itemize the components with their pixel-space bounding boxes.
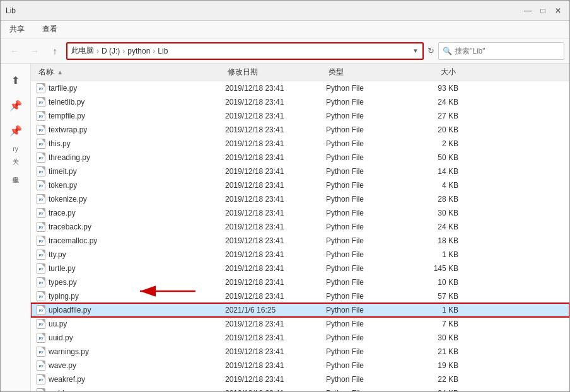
table-row[interactable]: py uuid.py 2019/12/18 23:41 Python File … xyxy=(31,331,569,345)
file-icon: py xyxy=(36,166,46,176)
address-bar[interactable]: 此电脑 › D (J:) › python › Lib ▼ xyxy=(66,42,424,60)
table-row[interactable]: py threading.py 2019/12/18 23:41 Python … xyxy=(31,151,569,164)
menu-view[interactable]: 查看 xyxy=(38,23,61,36)
breadcrumb-pc[interactable]: 此电脑 xyxy=(71,45,94,56)
table-row[interactable]: py tokenize.py 2019/12/18 23:41 Python F… xyxy=(31,192,569,206)
sidebar-label-guan: 关 xyxy=(11,156,20,168)
file-name: tarfile.py xyxy=(49,84,225,93)
file-date: 2019/12/18 23:41 xyxy=(225,84,326,93)
breadcrumb-sep-1: › xyxy=(96,47,99,55)
file-name: uuid.py xyxy=(49,333,225,342)
close-button[interactable]: ✕ xyxy=(552,4,564,17)
table-row[interactable]: py types.py 2019/12/18 23:41 Python File… xyxy=(31,275,569,289)
col-header-name[interactable]: 名称 ▲ xyxy=(36,67,225,78)
maximize-button[interactable]: □ xyxy=(537,4,549,17)
python-file-icon: py xyxy=(37,153,45,163)
table-row[interactable]: py turtle.py 2019/12/18 23:41 Python Fil… xyxy=(31,262,569,275)
table-row[interactable]: py textwrap.py 2019/12/18 23:41 Python F… xyxy=(31,123,569,137)
file-name: uu.py xyxy=(49,320,225,328)
breadcrumb-python[interactable]: python xyxy=(127,47,150,55)
file-size: 57 KB xyxy=(408,292,458,301)
python-file-icon: py xyxy=(37,277,45,287)
up-button[interactable]: ↑ xyxy=(46,42,64,60)
table-row[interactable]: py warnings.py 2019/12/18 23:41 Python F… xyxy=(31,345,569,359)
table-row[interactable]: py webbrowser.py 2019/12/18 23:41 Python… xyxy=(31,386,569,391)
menu-share[interactable]: 共享 xyxy=(6,23,28,36)
file-name: tty.py xyxy=(49,250,225,259)
file-date: 2019/12/18 23:41 xyxy=(225,195,326,204)
file-type: Python File xyxy=(326,195,408,204)
file-size: 19 KB xyxy=(408,361,458,370)
file-type: Python File xyxy=(326,361,408,370)
table-row[interactable]: py timeit.py 2019/12/18 23:41 Python Fil… xyxy=(31,164,569,178)
col-header-type[interactable]: 类型 xyxy=(326,67,408,78)
forward-button[interactable]: → xyxy=(26,42,44,60)
python-file-icon: py xyxy=(37,388,45,391)
table-row[interactable]: py tracemalloc.py 2019/12/18 23:41 Pytho… xyxy=(31,234,569,248)
file-date: 2019/12/18 23:41 xyxy=(225,112,326,120)
search-bar[interactable]: 🔍 xyxy=(438,42,564,60)
file-size: 93 KB xyxy=(408,84,458,93)
file-date: 2019/12/18 23:41 xyxy=(225,167,326,176)
file-name: threading.py xyxy=(49,153,225,162)
search-icon: 🔍 xyxy=(443,47,452,55)
file-type: Python File xyxy=(326,278,408,287)
file-type: Python File xyxy=(326,139,408,148)
file-type: Python File xyxy=(326,98,408,107)
breadcrumb-drive[interactable]: D (J:) xyxy=(102,47,120,55)
file-size: 20 KB xyxy=(408,125,458,134)
table-row[interactable]: py tempfile.py 2019/12/18 23:41 Python F… xyxy=(31,109,569,123)
table-row[interactable]: py uu.py 2019/12/18 23:41 Python File 7 … xyxy=(31,317,569,331)
table-row[interactable]: py uploadfile.py 2021/1/6 16:25 Python F… xyxy=(31,303,569,317)
file-name: wave.py xyxy=(49,361,225,370)
python-file-icon: py xyxy=(37,236,45,246)
python-file-icon: py xyxy=(37,291,45,301)
col-header-size[interactable]: 大小 xyxy=(408,67,458,78)
table-row[interactable]: py wave.py 2019/12/18 23:41 Python File … xyxy=(31,359,569,372)
file-size: 145 KB xyxy=(408,264,458,273)
file-icon: py xyxy=(36,360,46,371)
file-name: traceback.py xyxy=(49,222,225,231)
file-size: 24 KB xyxy=(408,98,458,107)
file-icon: py xyxy=(36,374,46,384)
table-row[interactable]: py trace.py 2019/12/18 23:41 Python File… xyxy=(31,206,569,220)
file-icon: py xyxy=(36,319,46,329)
file-icon: py xyxy=(36,291,46,301)
python-file-icon: py xyxy=(37,111,45,121)
table-row[interactable]: py typing.py 2019/12/18 23:41 Python Fil… xyxy=(31,289,569,303)
table-row[interactable]: py tty.py 2019/12/18 23:41 Python File 1… xyxy=(31,248,569,262)
file-date: 2019/12/18 23:41 xyxy=(225,375,326,384)
breadcrumb-lib[interactable]: Lib xyxy=(158,47,168,55)
file-type: Python File xyxy=(326,125,408,134)
file-date: 2019/12/18 23:41 xyxy=(225,236,326,245)
back-button[interactable]: ← xyxy=(6,42,23,60)
table-row[interactable]: py this.py 2019/12/18 23:41 Python File … xyxy=(31,137,569,151)
python-file-icon: py xyxy=(37,97,45,107)
table-row[interactable]: py tarfile.py 2019/12/18 23:41 Python Fi… xyxy=(31,81,569,95)
sidebar-pin2-icon[interactable]: 📌 xyxy=(4,119,27,142)
file-type: Python File xyxy=(326,84,408,93)
file-type: Python File xyxy=(326,222,408,231)
sidebar-pin-icon[interactable]: 📌 xyxy=(4,94,27,117)
file-type: Python File xyxy=(326,167,408,176)
python-file-icon: py xyxy=(37,263,45,274)
table-row[interactable]: py weakref.py 2019/12/18 23:41 Python Fi… xyxy=(31,372,569,386)
file-icon: py xyxy=(36,208,46,218)
table-row[interactable]: py traceback.py 2019/12/18 23:41 Python … xyxy=(31,220,569,234)
table-row[interactable]: py token.py 2019/12/18 23:41 Python File… xyxy=(31,178,569,192)
sidebar-up-icon[interactable]: ⬆ xyxy=(4,69,27,91)
file-date: 2019/12/18 23:41 xyxy=(225,250,326,259)
file-name: types.py xyxy=(49,278,225,287)
col-header-date[interactable]: 修改日期 xyxy=(225,67,326,78)
address-dropdown-icon[interactable]: ▼ xyxy=(412,47,419,54)
file-size: 24 KB xyxy=(408,389,458,391)
minimize-button[interactable]: — xyxy=(521,4,534,17)
table-row[interactable]: py telnetlib.py 2019/12/18 23:41 Python … xyxy=(31,95,569,109)
search-input[interactable] xyxy=(455,47,560,55)
file-icon: py xyxy=(36,388,46,391)
file-date: 2019/12/18 23:41 xyxy=(225,320,326,328)
file-type: Python File xyxy=(326,292,408,301)
refresh-button[interactable]: ↻ xyxy=(426,45,436,57)
file-size: 7 KB xyxy=(408,320,458,328)
file-name: tempfile.py xyxy=(49,112,225,120)
